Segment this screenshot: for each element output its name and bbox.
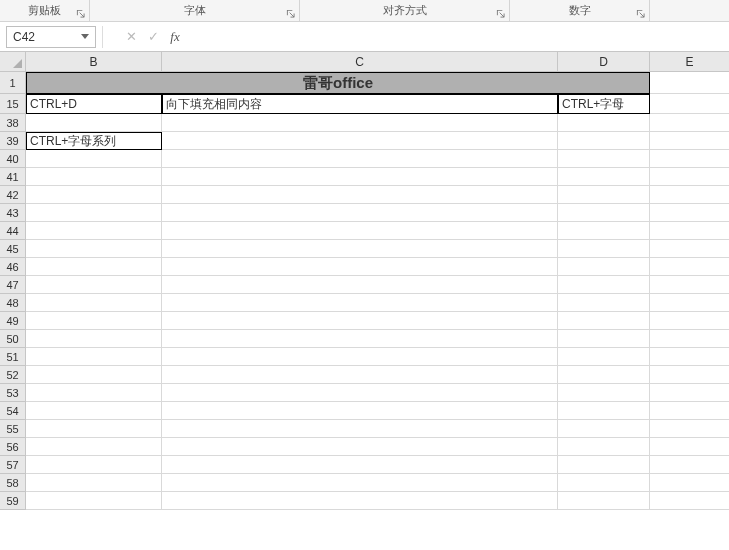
cell[interactable] <box>558 420 650 438</box>
dialog-launcher-icon[interactable] <box>74 7 86 19</box>
cell[interactable] <box>558 384 650 402</box>
row-header[interactable]: 43 <box>0 204 26 222</box>
cell[interactable] <box>26 276 162 294</box>
cell[interactable] <box>558 114 650 132</box>
row-header[interactable]: 40 <box>0 150 26 168</box>
dialog-launcher-icon[interactable] <box>634 7 646 19</box>
cell[interactable] <box>558 168 650 186</box>
cell[interactable] <box>26 438 162 456</box>
row-header[interactable]: 42 <box>0 186 26 204</box>
row-header[interactable]: 55 <box>0 420 26 438</box>
cell[interactable] <box>650 132 729 150</box>
cell[interactable] <box>162 474 558 492</box>
cell[interactable] <box>558 294 650 312</box>
cell[interactable] <box>650 294 729 312</box>
cell[interactable] <box>162 492 558 510</box>
cell[interactable] <box>558 348 650 366</box>
cell[interactable] <box>162 312 558 330</box>
cell[interactable] <box>162 384 558 402</box>
cell[interactable] <box>26 456 162 474</box>
row-header[interactable]: 50 <box>0 330 26 348</box>
column-header-c[interactable]: C <box>162 52 558 72</box>
cell[interactable] <box>558 312 650 330</box>
row-header[interactable]: 41 <box>0 168 26 186</box>
row-header[interactable]: 51 <box>0 348 26 366</box>
cell[interactable] <box>162 294 558 312</box>
cell[interactable] <box>650 366 729 384</box>
cell[interactable] <box>26 150 162 168</box>
cell[interactable] <box>558 456 650 474</box>
cell[interactable] <box>650 474 729 492</box>
cell[interactable] <box>26 474 162 492</box>
cell[interactable] <box>650 114 729 132</box>
name-box[interactable]: C42 <box>6 26 96 48</box>
cell[interactable] <box>650 312 729 330</box>
cell[interactable] <box>162 366 558 384</box>
cell[interactable] <box>26 168 162 186</box>
cell[interactable] <box>650 438 729 456</box>
title-merged-cell[interactable]: 雷哥office <box>26 72 650 94</box>
cell[interactable] <box>558 366 650 384</box>
cell[interactable] <box>162 150 558 168</box>
cell[interactable] <box>162 114 558 132</box>
cell[interactable] <box>650 492 729 510</box>
cell[interactable] <box>650 240 729 258</box>
row-header[interactable]: 47 <box>0 276 26 294</box>
cell[interactable] <box>26 384 162 402</box>
cell[interactable] <box>650 204 729 222</box>
cell[interactable] <box>26 366 162 384</box>
cell[interactable] <box>558 204 650 222</box>
cell[interactable] <box>650 330 729 348</box>
cell[interactable] <box>650 384 729 402</box>
column-header-b[interactable]: B <box>26 52 162 72</box>
cell[interactable]: 向下填充相同内容 <box>162 94 558 114</box>
cell[interactable] <box>26 402 162 420</box>
cell[interactable] <box>650 402 729 420</box>
cell[interactable] <box>558 402 650 420</box>
cell[interactable] <box>26 420 162 438</box>
cell[interactable] <box>26 492 162 510</box>
cell[interactable] <box>26 294 162 312</box>
row-header[interactable]: 53 <box>0 384 26 402</box>
chevron-down-icon[interactable] <box>81 34 89 39</box>
cell[interactable] <box>162 402 558 420</box>
cell[interactable] <box>558 438 650 456</box>
cell[interactable] <box>162 222 558 240</box>
cell[interactable] <box>650 94 729 114</box>
row-header[interactable]: 46 <box>0 258 26 276</box>
cell[interactable] <box>26 114 162 132</box>
cell[interactable]: CTRL+D <box>26 94 162 114</box>
row-header[interactable]: 54 <box>0 402 26 420</box>
row-header[interactable]: 1 <box>0 72 26 94</box>
cell[interactable] <box>26 330 162 348</box>
cell[interactable] <box>650 276 729 294</box>
cell[interactable] <box>26 222 162 240</box>
cell[interactable] <box>558 240 650 258</box>
cell[interactable] <box>558 150 650 168</box>
cell[interactable] <box>162 276 558 294</box>
confirm-entry-button[interactable]: ✓ <box>142 26 164 48</box>
cell[interactable] <box>650 168 729 186</box>
row-header[interactable]: 38 <box>0 114 26 132</box>
column-header-d[interactable]: D <box>558 52 650 72</box>
cell[interactable] <box>558 492 650 510</box>
cell[interactable] <box>558 474 650 492</box>
column-header-e[interactable]: E <box>650 52 729 72</box>
row-header[interactable]: 58 <box>0 474 26 492</box>
row-header[interactable]: 59 <box>0 492 26 510</box>
insert-function-button[interactable]: fx <box>164 26 186 48</box>
row-header[interactable]: 45 <box>0 240 26 258</box>
cell[interactable] <box>26 258 162 276</box>
row-header[interactable]: 52 <box>0 366 26 384</box>
cell[interactable] <box>558 132 650 150</box>
cell[interactable] <box>558 330 650 348</box>
row-header[interactable]: 15 <box>0 94 26 114</box>
dialog-launcher-icon[interactable] <box>284 7 296 19</box>
formula-input[interactable] <box>186 26 729 48</box>
cell[interactable] <box>558 276 650 294</box>
cell[interactable] <box>650 186 729 204</box>
cell[interactable] <box>26 348 162 366</box>
cell[interactable] <box>26 240 162 258</box>
cell[interactable] <box>650 456 729 474</box>
cell[interactable] <box>650 258 729 276</box>
